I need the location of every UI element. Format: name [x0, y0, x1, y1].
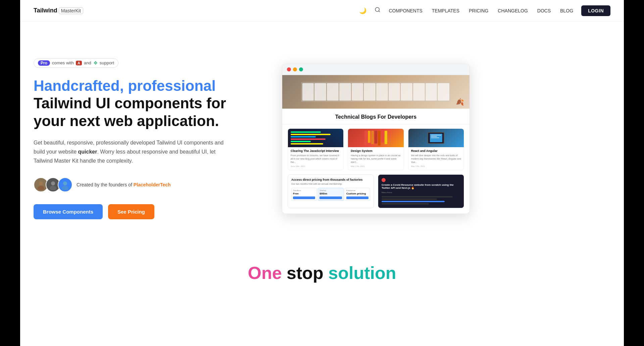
pricing-tier-sandbox: Sandbox Free — [291, 188, 317, 201]
tier-price-startup: $95/m — [319, 192, 342, 195]
tier-name-sandbox: Sandbox — [293, 189, 315, 191]
nav-templates[interactable]: TEMPLATES — [432, 8, 459, 13]
pricing-tier-startup: Startup $95/m — [318, 188, 343, 201]
book-spine — [375, 131, 377, 143]
keyboard-visual — [301, 82, 451, 102]
code-api-title: Create a Covid Resource website from scr… — [382, 183, 460, 189]
hero-left: Pro comes with A and ❖ support Handcraft… — [34, 58, 262, 220]
tier-price-enterprise: Custom pricing — [346, 192, 368, 195]
browser-dot-red — [287, 67, 291, 71]
blog-card-date-js: June 18th, 2021 — [291, 165, 341, 167]
code-line — [291, 136, 315, 137]
nav-left: Tailwind MasterKit — [34, 7, 83, 14]
monitor-line — [431, 137, 439, 138]
monitor-screen — [430, 134, 442, 142]
browser-mockup: 🍂 Technical Blogs For Developers — [282, 64, 470, 214]
logo[interactable]: Tailwind MasterKit — [34, 7, 83, 14]
code-preview-line — [382, 198, 437, 200]
key — [302, 83, 314, 101]
key — [413, 83, 425, 101]
one-stop-word1: One — [248, 263, 282, 283]
blog-card-title-design: Design System — [351, 149, 401, 153]
hero-buttons: Browse Components See Pricing — [34, 204, 262, 219]
code-line — [291, 138, 326, 140]
svg-point-2 — [39, 181, 43, 185]
blog-card-date-design: May 17th, 2021 — [351, 165, 401, 167]
book-spine — [381, 131, 384, 142]
moon-icon[interactable]: 🌙 — [359, 7, 366, 14]
one-stop-title: One stop solution — [34, 263, 610, 283]
right-sidebar — [624, 0, 644, 346]
code-preview-lines — [382, 196, 460, 205]
key — [438, 83, 449, 101]
see-pricing-button[interactable]: See Pricing — [108, 204, 154, 219]
key — [376, 83, 388, 101]
svg-point-3 — [38, 186, 44, 190]
hero-desc-bold: quicker — [78, 149, 97, 155]
svg-point-0 — [376, 7, 380, 11]
blog-card-body: Clearing The JavaScript Interview From p… — [288, 147, 343, 170]
svg-point-7 — [62, 186, 68, 190]
founders-avatars — [34, 177, 72, 192]
books-visual — [364, 131, 387, 146]
pricing-tier-enterprise: Enterprise Custom pricing — [345, 188, 370, 201]
vue-icon: ❖ — [93, 60, 98, 66]
svg-line-1 — [379, 11, 380, 12]
key — [426, 83, 437, 101]
book-spine — [368, 131, 370, 143]
blog-card-title-react: React and Angular — [411, 149, 461, 153]
tier-btn-enterprise — [346, 196, 368, 199]
book-spine — [364, 131, 367, 145]
nav-right: 🌙 COMPONENTS TEMPLATES PRICING CHANGELOG… — [359, 5, 610, 16]
nav-changelog[interactable]: CHANGELOG — [498, 8, 528, 13]
badge-angular: A — [76, 61, 82, 65]
nav-components[interactable]: COMPONENTS — [389, 8, 422, 13]
nav-blog[interactable]: BLOG — [560, 8, 573, 13]
key — [352, 83, 363, 101]
svg-point-6 — [63, 181, 67, 185]
tier-btn-sandbox — [293, 196, 315, 199]
logo-masterkit: MasterKit — [59, 7, 83, 14]
badge-and: and — [84, 60, 91, 65]
browse-components-button[interactable]: Browse Components — [34, 204, 103, 219]
monitor-visual — [428, 132, 444, 144]
browser-content: 🍂 Technical Blogs For Developers — [282, 75, 469, 213]
login-button[interactable]: LOGIN — [581, 5, 610, 16]
nav-docs[interactable]: DOCS — [537, 8, 551, 13]
key — [339, 83, 351, 101]
navbar: Tailwind MasterKit 🌙 COMPONENTS TEMPLATE… — [20, 0, 624, 21]
founders-link[interactable]: PlaceholderTech — [134, 182, 171, 187]
code-api-author: Manu Arora — [382, 191, 460, 193]
hero-title: Handcrafted, professional Tailwind UI co… — [34, 77, 262, 130]
main-wrapper: Tailwind MasterKit 🌙 COMPONENTS TEMPLATE… — [20, 0, 624, 346]
founders-text: Created by the founders of PlaceholderTe… — [77, 182, 171, 187]
hero-title-colored: Handcrafted, professional — [34, 77, 216, 94]
blog-card-books-image — [348, 129, 403, 147]
error-dot — [382, 178, 386, 182]
code-preview-line — [382, 203, 429, 205]
blog-card-javascript: Clearing The JavaScript Interview From p… — [288, 128, 344, 170]
svg-point-4 — [51, 181, 55, 185]
hero-right: 🍂 Technical Blogs For Developers — [282, 64, 470, 214]
browser-dot-green — [299, 67, 303, 71]
pricing-preview-subtitle: Our two months free with an annual membe… — [291, 183, 370, 185]
blog-title-section: Technical Blogs For Developers — [282, 109, 469, 124]
pricing-preview-card: Access direct pricing from thousands of … — [288, 174, 374, 208]
blog-card-date-react: May 17th, 2021 — [411, 165, 461, 167]
browser-dot-yellow — [293, 67, 297, 71]
one-stop-word2: stop — [287, 263, 324, 283]
key — [314, 83, 326, 101]
book-spine — [378, 131, 381, 146]
blog-card-body-react: React and Angular We will dive deeper in… — [408, 147, 464, 170]
code-api-card: Create a Covid Resource website from scr… — [378, 174, 464, 208]
badge-comes-with: comes with — [52, 60, 74, 65]
code-line — [291, 134, 331, 135]
blog-card-monitor-image — [408, 129, 464, 147]
search-icon[interactable] — [375, 7, 381, 14]
book-spine — [371, 131, 374, 144]
nav-pricing[interactable]: PRICING — [469, 8, 488, 13]
blog-card-text-design: Having a design system in place is as cr… — [351, 154, 401, 164]
pricing-tiers: Sandbox Free Startup $95/m — [291, 188, 370, 201]
monitor-line — [431, 135, 441, 135]
blog-card-title-js: Clearing The JavaScript Interview — [291, 149, 341, 153]
